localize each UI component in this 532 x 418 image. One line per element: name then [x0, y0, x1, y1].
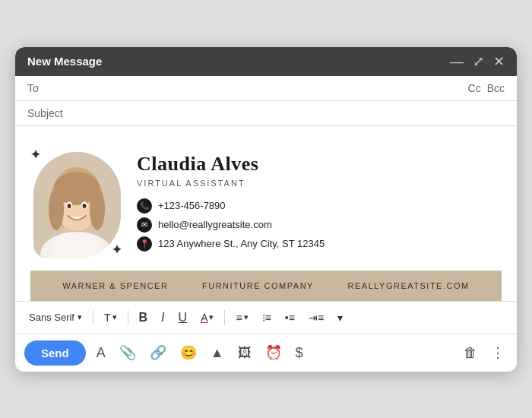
text-color-label: A	[201, 312, 207, 324]
email-icon: ✉	[137, 217, 152, 233]
sparkle-top-left: ✦	[30, 147, 40, 162]
more-options-button[interactable]: ⋮	[488, 341, 508, 364]
cc-button[interactable]: Cc	[468, 82, 481, 94]
maximize-button[interactable]: ⤢	[473, 55, 484, 68]
location-icon: 📍	[137, 236, 152, 252]
sig-address-row: 📍 123 Anywhere St., Any City, ST 12345	[137, 236, 502, 252]
align-button[interactable]: ≡ ▾	[231, 309, 252, 327]
font-size-button[interactable]: T ▾	[100, 309, 122, 327]
link-icon[interactable]: 🔗	[147, 341, 169, 364]
font-family-chevron: ▾	[78, 312, 82, 322]
sig-footer: WARNER & SPENCER FURNITURE COMPANY REALL…	[30, 271, 502, 301]
font-size-chevron: ▾	[112, 312, 117, 322]
sig-title: VIRTUAL ASSISTANT	[137, 179, 502, 188]
actions-row: Send A 📎 🔗 😊 ▲ 🖼 ⏰ $ 🗑 ⋮	[15, 334, 517, 372]
cc-bcc-buttons: Cc Bcc	[468, 82, 505, 94]
photo-icon[interactable]: 🖼	[235, 342, 255, 364]
font-size-t: T	[104, 312, 111, 324]
bcc-button[interactable]: Bcc	[487, 82, 505, 94]
signature-photo-wrapper: ✦	[30, 146, 122, 260]
sig-email-row: ✉ hello@reallygreatsite.com	[137, 217, 502, 233]
subject-row: Subject	[15, 101, 517, 126]
indent-button[interactable]: ⇥≡	[304, 309, 328, 327]
bullet-list-icon: •≡	[285, 312, 295, 324]
font-family-label: Sans Serif	[29, 312, 74, 323]
sparkle-bottom-right: ✦	[112, 242, 122, 257]
sig-address: 123 Anywhere St., Any City, ST 12345	[158, 238, 325, 249]
minimize-button[interactable]: —	[450, 55, 464, 68]
more-formatting-button[interactable]: ▾	[333, 309, 347, 327]
svg-point-11	[83, 204, 87, 208]
window-controls: — ⤢ ✕	[450, 55, 505, 68]
signature-card: ✦	[30, 138, 502, 260]
text-formatting-icon[interactable]: A	[93, 342, 109, 364]
sig-contact: 📞 +123-456-7890 ✉ hello@reallygreatsite.…	[137, 198, 502, 252]
sep-2	[128, 310, 128, 325]
italic-button[interactable]: I	[157, 308, 169, 328]
sig-footer-item-1: WARNER & SPENCER	[62, 281, 168, 290]
to-row: To Cc Bcc	[15, 76, 517, 101]
email-body[interactable]: ✦	[15, 126, 517, 301]
align-chevron: ▾	[244, 312, 249, 322]
align-icon: ≡	[236, 312, 242, 324]
svg-point-7	[90, 188, 105, 230]
schedule-icon[interactable]: ⏰	[262, 341, 285, 364]
sig-name: Claudia Alves	[137, 152, 502, 176]
send-button[interactable]: Send	[24, 340, 86, 366]
more-chevron: ▾	[337, 312, 343, 324]
subject-input[interactable]	[65, 107, 505, 119]
signature-photo-bg	[33, 152, 121, 258]
numbered-list-button[interactable]: ⁝≡	[258, 309, 276, 327]
sep-1	[93, 310, 93, 325]
confidential-icon[interactable]: $	[293, 342, 306, 364]
sig-footer-item-2: FURNITURE COMPANY	[202, 281, 314, 290]
svg-point-6	[49, 188, 64, 230]
titlebar: New Message — ⤢ ✕	[15, 47, 517, 76]
email-compose-window: New Message — ⤢ ✕ To Cc Bcc Subject ✦	[15, 47, 517, 372]
bold-button[interactable]: B	[135, 308, 153, 328]
font-family-select[interactable]: Sans Serif ▾	[24, 309, 87, 326]
drive-icon[interactable]: ▲	[207, 342, 227, 364]
sig-email: hello@reallygreatsite.com	[158, 219, 272, 230]
to-input[interactable]	[65, 82, 468, 94]
sep-3	[224, 310, 225, 325]
delete-button[interactable]: 🗑	[461, 342, 480, 364]
numbered-list-icon: ⁝≡	[262, 312, 271, 324]
to-label: To	[27, 82, 65, 94]
sig-footer-item-3: REALLYGREATSITE.COM	[348, 281, 470, 290]
attach-icon[interactable]: 📎	[116, 341, 139, 364]
window-title: New Message	[27, 55, 102, 68]
sig-phone: +123-456-7890	[158, 200, 226, 211]
portrait-svg	[33, 152, 121, 258]
close-button[interactable]: ✕	[493, 55, 505, 68]
underline-button[interactable]: U	[174, 308, 192, 328]
text-color-chevron: ▾	[209, 312, 214, 322]
subject-label: Subject	[27, 107, 65, 119]
svg-point-10	[68, 204, 71, 208]
indent-icon: ⇥≡	[309, 312, 324, 324]
formatting-toolbar: Sans Serif ▾ T ▾ B I U A ▾ ≡ ▾ ⁝≡ •≡ ⇥≡	[15, 301, 517, 334]
text-color-button[interactable]: A ▾	[196, 309, 218, 327]
signature-info: Claudia Alves VIRTUAL ASSISTANT 📞 +123-4…	[137, 146, 502, 252]
bullet-list-button[interactable]: •≡	[280, 309, 299, 327]
sig-phone-row: 📞 +123-456-7890	[137, 198, 502, 214]
emoji-icon[interactable]: 😊	[177, 341, 200, 364]
phone-icon: 📞	[137, 198, 152, 214]
